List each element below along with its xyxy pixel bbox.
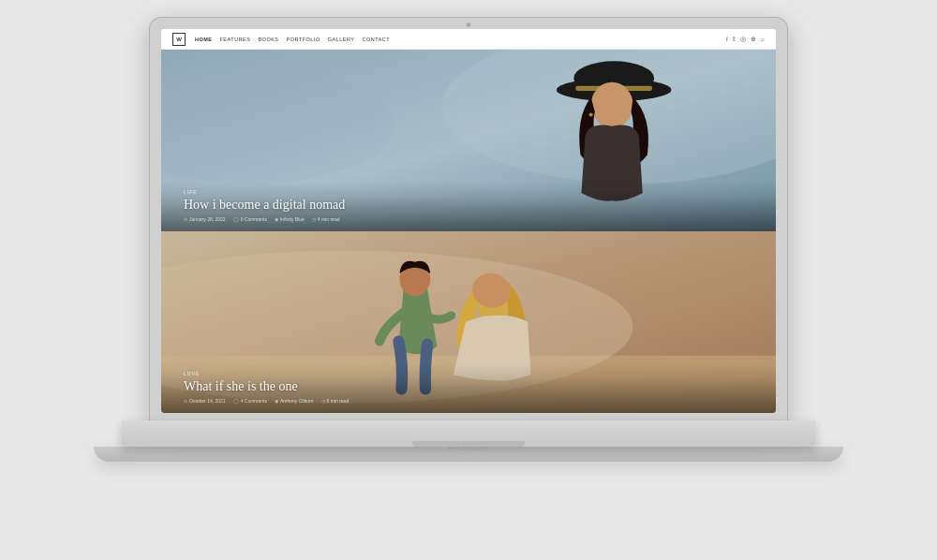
post-1[interactable]: LIFE How i become a digital nomad ⊙ Janu… bbox=[161, 50, 776, 231]
post-1-overlay: LIFE How i become a digital nomad ⊙ Janu… bbox=[161, 182, 776, 231]
post-1-author: ◉ Infinity Blue bbox=[275, 216, 305, 222]
author-icon-2: ◉ bbox=[275, 398, 278, 404]
laptop-brand-label: Pixelwars bbox=[448, 444, 488, 452]
pinterest-icon[interactable]: ⊕ bbox=[751, 36, 756, 43]
twitter-icon[interactable]: 𝕥 bbox=[733, 36, 736, 43]
nav-home[interactable]: HOME bbox=[195, 37, 213, 42]
time-icon-2: ◷ bbox=[321, 398, 325, 404]
nav-gallery[interactable]: GALLERY bbox=[328, 37, 355, 42]
nav-contact[interactable]: CONTACT bbox=[362, 37, 390, 42]
laptop-screen: W HOME FEATURES BOOKS PORTFOLIO GALLERY … bbox=[150, 18, 787, 420]
post-1-category: LIFE bbox=[184, 189, 753, 195]
facebook-icon[interactable]: f bbox=[726, 36, 728, 43]
search-icon[interactable]: ⌕ bbox=[761, 36, 765, 43]
nav-books[interactable]: BOOKS bbox=[258, 37, 278, 42]
logo-icon: W bbox=[176, 37, 182, 42]
time-icon: ◷ bbox=[312, 216, 316, 222]
post-2-date: ⊙ October 14, 2021 bbox=[184, 398, 226, 404]
post-1-read-time: ◷ 4 min read bbox=[312, 216, 340, 222]
post-2-title[interactable]: What if she is the one bbox=[184, 379, 753, 394]
navigation: W HOME FEATURES BOOKS PORTFOLIO GALLERY … bbox=[161, 29, 776, 50]
post-2-meta: ⊙ October 14, 2021 ◯ 4 Comments ◉ Anthon… bbox=[184, 398, 753, 404]
post-2-read-time: ◷ 6 min read bbox=[321, 398, 350, 404]
post-2-overlay: LOVE What if she is the one ⊙ October 14… bbox=[161, 363, 776, 413]
date-icon: ⊙ bbox=[184, 216, 187, 222]
screen-inner: W HOME FEATURES BOOKS PORTFOLIO GALLERY … bbox=[161, 29, 776, 413]
post-1-date: ⊙ January 28, 2022 bbox=[184, 216, 226, 222]
post-2[interactable]: LOVE What if she is the one ⊙ October 14… bbox=[161, 231, 776, 413]
nav-portfolio[interactable]: PORTFOLIO bbox=[287, 37, 320, 42]
site-logo[interactable]: W bbox=[172, 33, 186, 46]
author-icon: ◉ bbox=[275, 216, 278, 222]
blog-posts: LIFE How i become a digital nomad ⊙ Janu… bbox=[161, 50, 776, 413]
comment-icon: ◯ bbox=[233, 216, 239, 222]
post-1-comments: ◯ 0 Comments bbox=[233, 216, 267, 222]
post-2-comments: ◯ 4 Comments bbox=[233, 398, 267, 404]
post-1-title[interactable]: How i become a digital nomad bbox=[184, 198, 753, 213]
post-1-meta: ⊙ January 28, 2022 ◯ 0 Comments ◉ Infini… bbox=[184, 216, 753, 222]
svg-point-7 bbox=[589, 112, 593, 116]
date-icon-2: ⊙ bbox=[184, 398, 187, 404]
svg-point-6 bbox=[591, 82, 633, 128]
social-links: f 𝕥 ◎ ⊕ ⌕ bbox=[726, 36, 765, 43]
laptop-container: W HOME FEATURES BOOKS PORTFOLIO GALLERY … bbox=[103, 18, 834, 542]
post-2-author: ◉ Anthony Cilburn bbox=[275, 398, 314, 404]
instagram-icon[interactable]: ◎ bbox=[740, 36, 746, 43]
comment-icon-2: ◯ bbox=[233, 398, 239, 404]
nav-features[interactable]: FEATURES bbox=[220, 37, 251, 42]
post-2-category: LOVE bbox=[184, 371, 753, 376]
laptop-base: Pixelwars bbox=[122, 420, 815, 447]
website: W HOME FEATURES BOOKS PORTFOLIO GALLERY … bbox=[161, 29, 776, 413]
nav-links: HOME FEATURES BOOKS PORTFOLIO GALLERY CO… bbox=[195, 37, 726, 42]
